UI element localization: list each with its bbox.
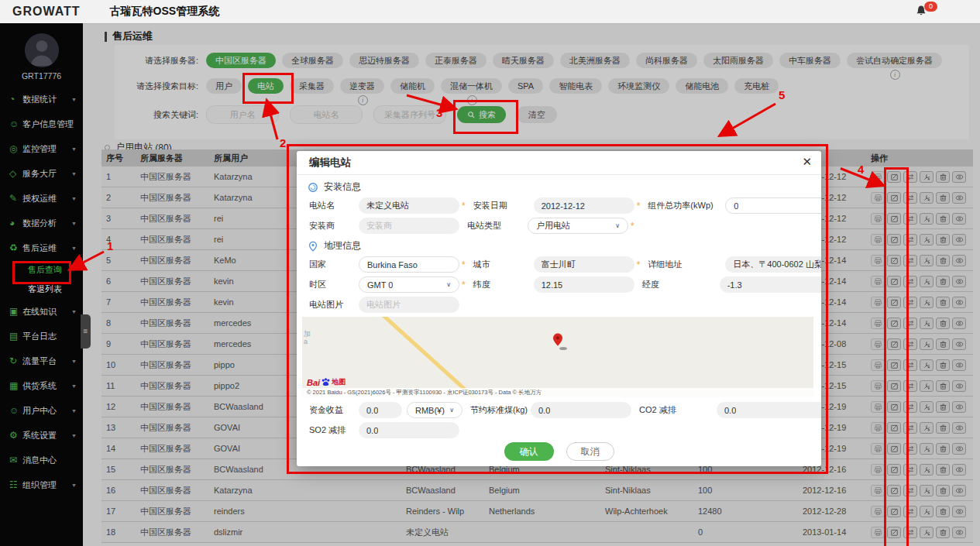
user-center-icon: ☺ xyxy=(9,405,22,416)
notification-bell-button[interactable]: 0 xyxy=(915,4,932,21)
modal-footer: 确认 取消 xyxy=(297,442,821,461)
modal-field-row: 时区GMT 0∨*纬度12.15经度-1.3 xyxy=(297,276,821,293)
baidu-logo: Bai 地图 xyxy=(307,377,346,387)
map-road-graphic xyxy=(302,317,813,397)
chevron-down-icon: ▼ xyxy=(71,408,77,414)
modal-field-row: 电站名未定义电站*安装日期2012-12-12*组件总功率(kWp)0 xyxy=(297,197,821,214)
sidebar-item-label: 数据统计 xyxy=(22,94,57,105)
section-title-text: 地理信息 xyxy=(324,239,361,252)
org-management-icon: ☷ xyxy=(9,479,22,490)
chevron-down-icon: ∨ xyxy=(615,222,620,229)
modal-input[interactable]: 0.0 xyxy=(359,402,402,418)
sidebar-item-monitor[interactable]: ◎监控管理▼ xyxy=(0,136,83,161)
modal-field-row: 资金收益0.0RMB(¥)∨节约标准煤(kg)0.0CO2 减排0.0 xyxy=(297,402,821,418)
modal-section-title: 地理信息 xyxy=(297,239,821,252)
modal-select[interactable]: 户用电站∨ xyxy=(528,218,628,234)
sidebar-item-traffic-platform[interactable]: ↻流量平台▼ xyxy=(0,349,83,373)
field-label: SO2 减排 xyxy=(309,424,359,436)
field-label: 节约标准煤(kg) xyxy=(470,404,531,416)
chevron-down-icon: ▼ xyxy=(71,482,77,488)
modal-field-row: 安装商安装商电站类型户用电站∨* xyxy=(297,218,821,234)
sidebar-item-platform-log[interactable]: ▤平台日志 xyxy=(0,324,83,349)
modal-input[interactable]: 未定义电站 xyxy=(359,197,459,214)
required-marker: * xyxy=(637,259,641,270)
modal-field-row: SO2 减排0.0 xyxy=(297,422,821,438)
required-marker: * xyxy=(631,221,634,232)
baidu-paw-icon xyxy=(321,377,331,387)
sidebar-item-message-center[interactable]: ✉消息中心 xyxy=(0,448,83,472)
chevron-down-icon: ▼ xyxy=(71,196,77,201)
modal-input[interactable]: 安装商 xyxy=(359,218,459,234)
modal-input[interactable]: 电站图片 xyxy=(359,297,459,313)
sidebar-subitem[interactable]: 客退列表 xyxy=(0,280,83,299)
install-info-icon xyxy=(308,182,318,193)
sidebar-item-label: 授权运维 xyxy=(22,193,57,204)
chevron-down-icon: ▼ xyxy=(71,221,77,226)
modal-input[interactable]: 0 xyxy=(725,197,821,214)
authorized-ops-icon: ✎ xyxy=(9,193,22,204)
message-center-icon: ✉ xyxy=(9,455,22,465)
sidebar-item-label: 监控管理 xyxy=(22,143,57,155)
modal-input[interactable]: -1.3 xyxy=(720,276,821,293)
baidu-map[interactable]: 加 a Bai 地图 © 2021 Baidu - GS(2021)6026号 … xyxy=(302,317,813,397)
modal-field-row: 电站图片电站图片 xyxy=(297,297,821,313)
close-icon[interactable]: ✕ xyxy=(802,155,812,169)
modal-input[interactable]: 0.0 xyxy=(717,402,821,418)
modal-input[interactable]: 12.15 xyxy=(534,276,634,293)
field-label: 时区 xyxy=(309,279,359,290)
baidu-logo-text: 地图 xyxy=(332,377,346,387)
platform-log-icon: ▤ xyxy=(9,331,22,342)
chevron-down-icon: ▼ xyxy=(71,433,77,438)
modal-input[interactable]: 富士川町 xyxy=(534,256,634,273)
map-pin-icon[interactable] xyxy=(550,332,570,352)
avatar xyxy=(25,33,59,67)
sidebar-scroll-handle[interactable]: ≡ xyxy=(81,314,91,349)
sidebar-item-org-management[interactable]: ☷组织管理▼ xyxy=(0,472,83,497)
sidebar-item-label: 售后运维 xyxy=(22,242,57,254)
field-label: 详细地址 xyxy=(648,259,725,270)
sidebar-item-supply-system[interactable]: ▦供货系统▼ xyxy=(0,373,83,398)
sidebar-item-label: 流量平台 xyxy=(22,355,57,367)
baidu-logo-text: Bai xyxy=(307,378,320,387)
sidebar-item-user-center[interactable]: ☺用户中心▼ xyxy=(0,398,83,423)
map-attribution: © 2021 Baidu - GS(2021)6026号 - 甲测资字11009… xyxy=(302,388,813,397)
field-label: 电站类型 xyxy=(467,220,528,232)
cancel-button[interactable]: 取消 xyxy=(566,442,614,461)
notification-badge: 0 xyxy=(924,2,937,12)
sidebar-item-authorized-ops[interactable]: ✎授权运维▼ xyxy=(0,186,83,211)
modal-input[interactable]: 2012-12-12 xyxy=(534,197,634,214)
confirm-button[interactable]: 确认 xyxy=(504,442,554,461)
sidebar-item-label: 供货系统 xyxy=(22,380,57,392)
modal-input[interactable]: 0.0 xyxy=(531,402,631,418)
sidebar-item-data-stats[interactable]: ◔数据统计▼ xyxy=(0,87,83,112)
supply-system-icon: ▦ xyxy=(9,380,22,391)
sidebar-item-service-hall[interactable]: ◇服务大厅▼ xyxy=(0,161,83,186)
chevron-down-icon: ▼ xyxy=(71,359,77,364)
sidebar-item-label: 组织管理 xyxy=(22,479,57,491)
field-label: CO2 减排 xyxy=(639,404,717,416)
data-analysis-icon: ◕ xyxy=(9,218,22,228)
modal-field-row: 国家Burkina Faso*城市富士川町*详细地址日本、〒400-0602 山… xyxy=(297,256,821,273)
field-label: 安装日期 xyxy=(473,200,534,211)
sidebar-item-data-analysis[interactable]: ◕数据分析▼ xyxy=(0,211,83,235)
growatt-logo: GROWATT xyxy=(12,5,81,19)
modal-input[interactable]: Burkina Faso xyxy=(359,256,459,273)
required-marker: * xyxy=(637,201,641,211)
modal-select[interactable]: GMT 0∨ xyxy=(359,276,459,293)
sidebar-item-system-settings[interactable]: ⚙系统设置▼ xyxy=(0,423,83,448)
sidebar-item-online-knowledge[interactable]: ▣在线知识▼ xyxy=(0,299,83,324)
modal-input[interactable]: 日本、〒400-0602 山梨県南巨摩郡 xyxy=(725,256,821,273)
sidebar-subitem[interactable]: 售后查询 xyxy=(0,260,83,280)
aftersales-ops-icon: ♻ xyxy=(9,242,22,253)
modal-header: 编辑电站 xyxy=(297,151,821,175)
sidebar: GRT17776 ◔数据统计▼☺客户信息管理◎监控管理▼◇服务大厅▼✎授权运维▼… xyxy=(0,23,83,546)
currency-select[interactable]: RMB(¥)∨ xyxy=(407,402,462,418)
chevron-down-icon: ▼ xyxy=(71,146,77,152)
sidebar-item-customer-info[interactable]: ☺客户信息管理 xyxy=(0,112,83,136)
sidebar-item-aftersales-ops[interactable]: ♻售后运维▼ xyxy=(0,235,83,260)
field-label: 资金收益 xyxy=(309,404,359,416)
field-label: 纬度 xyxy=(473,279,534,290)
customer-info-icon: ☺ xyxy=(9,118,22,129)
modal-input[interactable]: 0.0 xyxy=(359,422,459,438)
online-knowledge-icon: ▣ xyxy=(9,306,22,317)
